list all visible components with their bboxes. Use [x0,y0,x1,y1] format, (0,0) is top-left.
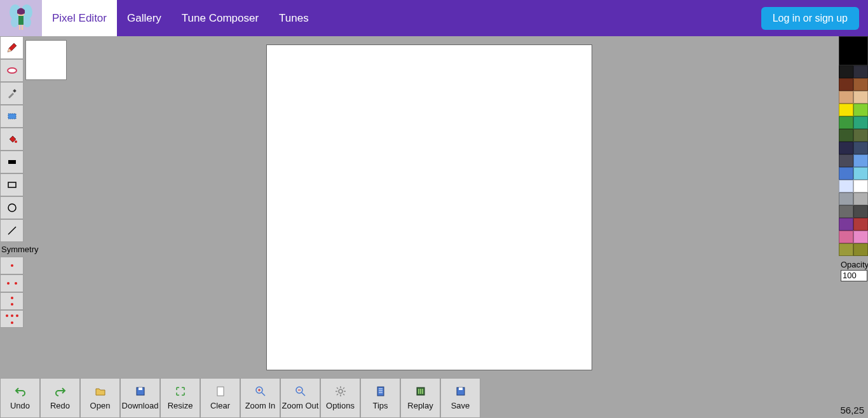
color-swatch[interactable] [839,231,853,243]
button-label: Zoom In [245,401,276,410]
color-swatch[interactable] [839,116,853,129]
fill-icon [6,133,18,145]
logo[interactable] [0,0,42,36]
save-button[interactable]: Save [440,378,480,418]
dot-icon [11,314,13,317]
color-swatch[interactable] [839,78,853,91]
color-swatch[interactable] [853,104,868,116]
svg-point-26 [339,389,342,393]
dot-icon [15,282,17,285]
nav-tab-pixel-editor[interactable]: Pixel Editor [42,0,117,36]
dot-icon [11,264,13,267]
options-button[interactable]: Options [320,378,360,418]
color-swatch[interactable] [839,91,853,104]
tool-select[interactable] [0,105,24,128]
select-icon [6,111,18,122]
tool-rect[interactable] [0,173,24,196]
tool-fill[interactable] [0,128,24,151]
nav-spacer [319,0,761,36]
login-button[interactable]: Log in or sign up [761,7,859,30]
symmetry-vertical[interactable] [0,292,24,310]
color-swatch[interactable] [839,192,853,205]
color-swatch[interactable] [853,192,868,205]
svg-rect-9 [13,89,17,93]
nav-tab-tunes[interactable]: Tunes [269,0,319,36]
svg-line-32 [343,394,344,395]
color-swatch[interactable] [839,129,853,142]
options-icon [335,386,346,397]
color-swatch[interactable] [839,167,853,180]
color-swatch[interactable] [853,180,868,192]
symmetry-both[interactable] [0,310,24,328]
color-swatch[interactable] [853,205,868,218]
button-label: Redo [50,401,70,410]
svg-rect-42 [422,389,423,394]
left-toolbar: Symmetry [0,36,24,328]
canvas-thumbnail[interactable] [25,40,67,80]
button-label: Resize [168,401,193,410]
color-swatch[interactable] [853,116,868,129]
opacity-label: Opacity [841,260,866,269]
current-color-swatch[interactable] [839,36,868,65]
tool-eraser[interactable] [0,59,24,82]
color-swatch[interactable] [839,142,853,154]
zoomin-button[interactable]: Zoom In [240,378,280,418]
svg-line-20 [262,393,265,396]
color-swatch[interactable] [839,205,853,218]
svg-point-11 [15,140,17,143]
color-swatch[interactable] [853,78,868,91]
zoomin-icon [255,386,266,397]
nav-tab-tune-composer[interactable]: Tune Composer [172,0,269,36]
fillrect-icon [6,156,18,168]
color-swatch[interactable] [853,243,868,256]
tool-picker[interactable] [0,82,24,105]
opacity-input[interactable] [841,270,867,281]
color-swatch[interactable] [839,104,853,116]
opacity-box: Opacity [839,259,868,283]
drawing-canvas[interactable] [266,44,592,370]
color-swatch[interactable] [853,91,868,104]
resize-button[interactable]: Resize [160,378,200,418]
tool-circle[interactable] [0,196,24,219]
tool-fillrect[interactable] [0,151,24,173]
color-swatch[interactable] [839,65,853,78]
color-swatch[interactable] [839,243,853,256]
svg-point-14 [8,204,16,212]
open-button[interactable]: Open [80,378,120,418]
svg-line-33 [337,394,338,395]
symmetry-none[interactable] [0,257,24,274]
tool-line[interactable] [0,219,24,242]
download-button[interactable]: Download [120,378,160,418]
svg-line-31 [337,388,338,389]
color-swatch[interactable] [839,180,853,192]
svg-rect-13 [8,182,16,187]
color-swatch[interactable] [853,218,868,231]
undo-button[interactable]: Undo [0,378,40,418]
nav-tab-gallery[interactable]: Gallery [117,0,172,36]
dot-icon [11,303,13,306]
svg-rect-35 [377,387,384,396]
color-swatch[interactable] [839,154,853,167]
tips-button[interactable]: Tips [360,378,400,418]
line-icon [6,225,18,236]
color-swatch[interactable] [839,218,853,231]
color-swatch[interactable] [853,65,868,78]
replay-button[interactable]: Replay [400,378,440,418]
color-swatch[interactable] [853,154,868,167]
button-label: Open [90,401,111,410]
color-swatch[interactable] [853,129,868,142]
tool-pencil[interactable] [0,36,24,59]
color-swatch[interactable] [853,167,868,180]
symmetry-horizontal[interactable] [0,274,24,292]
svg-point-2 [11,17,18,27]
color-swatch[interactable] [853,231,868,243]
button-label: Tips [372,401,388,410]
color-swatch[interactable] [853,142,868,154]
dot-icon [16,314,18,317]
svg-rect-40 [418,389,419,394]
svg-rect-7 [22,25,23,30]
zoomout-button[interactable]: Zoom Out [280,378,320,418]
redo-button[interactable]: Redo [40,378,80,418]
clear-button[interactable]: Clear [200,378,240,418]
button-label: Download [122,401,159,410]
